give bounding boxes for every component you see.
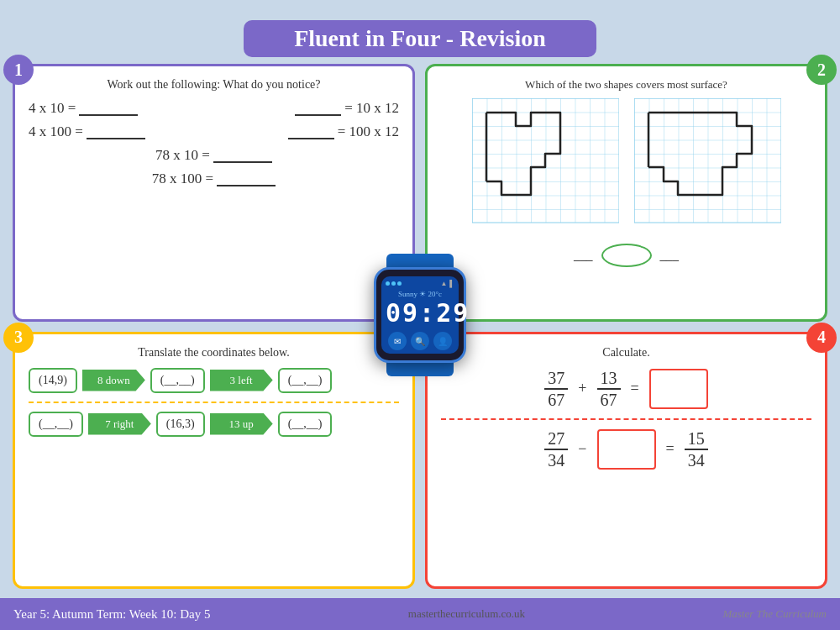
quadrant-2: 2 Which of the two shapes covers most su… — [425, 64, 827, 322]
q3-row-2: (__,__) 7 right (16,3) 13 up (__,__) — [29, 412, 399, 437]
q1-blank-5 — [213, 148, 272, 163]
q1-instruction: Work out the following: What do you noti… — [29, 78, 399, 92]
footer-year-label: Year 5: Autumn Term: Week 10: Day 5 — [13, 607, 210, 622]
coord-1-1: (14,9) — [29, 368, 77, 393]
quadrant-4: 4 Calculate. 37 67 + 13 67 = 27 34 − — [425, 332, 827, 590]
fraction-2: 13 67 — [597, 368, 621, 410]
q4-eq2: 27 34 − = 15 34 — [441, 428, 811, 470]
badge-4: 4 — [806, 323, 837, 353]
watch-search-icon[interactable]: 🔍 — [411, 332, 429, 350]
q1-row-1: 4 x 10 = = 10 x 12 — [29, 100, 399, 117]
shapes-container — [441, 98, 811, 237]
q1-blank-1 — [79, 101, 138, 116]
dashed-divider-q4 — [441, 418, 811, 420]
fraction-1: 37 67 — [544, 368, 568, 410]
quadrant-1: 1 Work out the following: What do you no… — [13, 64, 415, 322]
svg-rect-4 — [634, 98, 781, 223]
q2-instruction: Which of the two shapes covers most surf… — [441, 78, 811, 92]
watch-screen: ▲ ▌ Sunny ☀ 20°c 09:29 ✉ 🔍 👤 — [381, 276, 459, 354]
q4-answer-box-1 — [649, 369, 708, 409]
answer-blank-right: ___ — [660, 249, 680, 263]
fraction-3: 27 34 — [544, 428, 568, 470]
q1-left-2: 4 x 100 = — [29, 123, 145, 140]
title-bar: Fluent in Four - Revision — [244, 20, 596, 57]
q1-left-1: 4 x 10 = — [29, 100, 138, 117]
coord-1-3: (__,__) — [278, 368, 333, 393]
q1-row-4: 78 x 100 = — [29, 171, 399, 187]
oval-answer — [601, 244, 652, 267]
quadrant-3: 3 Translate the coordinates below. (14,9… — [13, 332, 415, 590]
q1-left-3: 78 x 10 = — [155, 147, 272, 164]
footer: Year 5: Autumn Term: Week 10: Day 5 mast… — [0, 598, 840, 630]
signal-icon: ▌ — [449, 280, 454, 287]
eq-sign-1: = — [631, 380, 639, 397]
arrow-1-1: 8 down — [82, 370, 145, 391]
q1-right-1: = 10 x 12 — [295, 100, 399, 117]
watch-overlay: ▲ ▌ Sunny ☀ 20°c 09:29 ✉ 🔍 👤 — [374, 254, 466, 376]
shape-right — [634, 98, 781, 237]
eq-sign-2: = — [666, 440, 675, 458]
q1-blank-3 — [87, 124, 145, 139]
watch-time: 09:29 — [386, 298, 454, 328]
q1-row-3: 78 x 10 = — [29, 147, 399, 164]
badge-3: 3 — [3, 323, 34, 353]
answer-row: ___ ___ — [441, 244, 811, 267]
q4-eq1: 37 67 + 13 67 = — [441, 368, 811, 410]
footer-brand: Master The Curriculum — [722, 607, 827, 621]
fraction-4: 15 34 — [685, 428, 708, 470]
watch-body: ▲ ▌ Sunny ☀ 20°c 09:29 ✉ 🔍 👤 — [374, 267, 466, 363]
watch-dots — [386, 281, 402, 286]
watch-mail-icon[interactable]: ✉ — [388, 332, 407, 350]
coord-1-2: (__,__) — [150, 368, 205, 393]
watch-bottom-icons: ✉ 🔍 👤 — [386, 332, 454, 350]
arrow-2-2: 13 up — [210, 413, 273, 435]
badge-1: 1 — [3, 55, 34, 85]
q4-instruction: Calculate. — [441, 346, 811, 360]
watch-person-icon[interactable]: 👤 — [433, 332, 452, 350]
watch-dot-2 — [391, 281, 396, 286]
shape-left — [472, 98, 619, 237]
q4-answer-box-2 — [597, 429, 656, 470]
watch-weather: Sunny ☀ 20°c — [386, 290, 454, 298]
arrow-2-1: 7 right — [88, 413, 151, 435]
q3-row-1: (14,9) 8 down (__,__) 3 left (__,__) — [29, 368, 399, 393]
coord-2-2: (16,3) — [156, 412, 205, 437]
q1-right-2: = 100 x 12 — [288, 123, 399, 140]
answer-blank-left: ___ — [574, 249, 593, 263]
watch-dot-1 — [386, 281, 390, 286]
dashed-divider — [29, 402, 399, 403]
q1-blank-2 — [295, 101, 341, 116]
q1-blank-6 — [217, 171, 276, 186]
page-title: Fluent in Four - Revision — [260, 25, 580, 52]
watch-dot-3 — [397, 281, 402, 286]
op-2: − — [578, 440, 586, 458]
q1-row-2: 4 x 100 = = 100 x 12 — [29, 123, 399, 140]
footer-website: masterthecurriculum.co.uk — [408, 607, 525, 621]
watch-status-icons: ▲ ▌ — [440, 280, 454, 287]
watch-status-bar: ▲ ▌ — [386, 280, 454, 287]
badge-2: 2 — [806, 55, 837, 85]
op-1: + — [578, 380, 586, 397]
q1-left-4: 78 x 100 = — [152, 171, 276, 187]
coord-2-1: (__,__) — [29, 412, 83, 437]
q3-instruction: Translate the coordinates below. — [29, 346, 399, 360]
wifi-icon: ▲ — [440, 280, 447, 287]
q1-blank-4 — [288, 124, 334, 139]
arrow-1-2: 3 left — [210, 370, 273, 391]
coord-2-3: (__,__) — [278, 412, 333, 437]
